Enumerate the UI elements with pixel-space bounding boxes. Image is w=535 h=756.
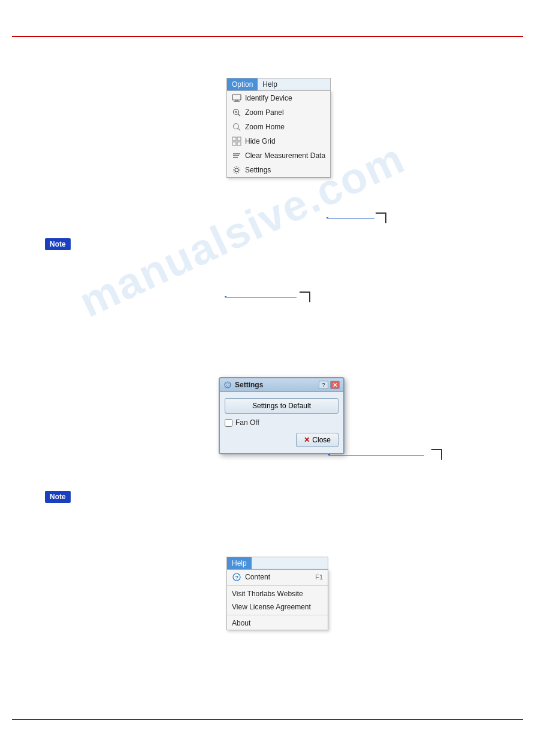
dialog-title-left: Settings <box>223 381 263 389</box>
top-divider-line <box>12 36 523 37</box>
svg-point-7 <box>234 124 239 129</box>
help-item-left-license: View License Agreement <box>232 603 311 611</box>
hide-grid-label: Hide Grid <box>245 137 276 145</box>
zoom-home-item[interactable]: Zoom Home <box>227 120 330 134</box>
help-menu-item-in-option-bar[interactable]: Help <box>258 78 282 90</box>
help-content-label: Content <box>245 573 270 581</box>
bracket-indicator-2 <box>300 292 310 302</box>
help-item-left-about: About <box>232 619 250 627</box>
about-item[interactable]: About <box>227 617 328 630</box>
svg-line-4 <box>238 114 241 117</box>
zoom-home-icon <box>232 122 241 132</box>
help-menu-container: Help ? Content F1 Visit Thorlabs Website <box>226 557 328 630</box>
close-action-label: Close <box>312 436 331 444</box>
note-box-1: Note <box>45 238 71 250</box>
svg-rect-12 <box>237 142 241 145</box>
dialog-controls: ? ✕ <box>319 381 340 389</box>
option-menu-container: Option Help Identify Device <box>226 78 331 178</box>
help-item-left-visit: Visit Thorlabs Website <box>232 590 303 598</box>
underline-label-2 <box>225 290 297 297</box>
option-menu-item[interactable]: Option <box>227 78 258 90</box>
close-x-icon: ✕ <box>304 436 310 444</box>
fan-off-label: Fan Off <box>235 418 259 427</box>
clear-measurement-item[interactable]: Clear Measurement Data <box>227 148 330 163</box>
svg-point-19 <box>226 384 229 387</box>
svg-rect-0 <box>232 95 241 100</box>
monitor-icon <box>232 93 241 103</box>
zoom-home-label: Zoom Home <box>245 123 285 131</box>
bottom-divider-line <box>12 719 523 720</box>
zoom-icon <box>232 108 241 117</box>
help-content-item[interactable]: ? Content F1 <box>227 570 328 584</box>
view-license-label: View License Agreement <box>232 603 311 611</box>
settings-label: Settings <box>245 166 271 174</box>
help-divider-2 <box>227 615 328 615</box>
fan-off-checkbox[interactable] <box>225 419 232 427</box>
view-license-item[interactable]: View License Agreement <box>227 600 328 614</box>
svg-rect-2 <box>234 101 240 102</box>
underline-label-3 <box>328 448 424 456</box>
help-menu-bar: Help <box>226 557 328 569</box>
svg-rect-14 <box>233 155 239 156</box>
grid-icon <box>232 136 241 146</box>
svg-line-8 <box>238 129 241 131</box>
dialog-help-button[interactable]: ? <box>319 381 328 389</box>
help-content-icon: ? <box>232 572 241 582</box>
settings-dialog: Settings ? ✕ Settings to Default Fan Off… <box>219 377 344 454</box>
close-action-button[interactable]: ✕ Close <box>296 433 338 447</box>
note-box-2: Note <box>45 491 71 503</box>
svg-point-16 <box>235 168 238 172</box>
svg-text:?: ? <box>235 575 239 581</box>
visit-thorlabs-item[interactable]: Visit Thorlabs Website <box>227 587 328 600</box>
about-label: About <box>232 619 250 627</box>
identify-device-label: Identify Device <box>245 94 292 102</box>
dialog-icon <box>223 381 232 389</box>
fan-off-row: Fan Off <box>225 418 338 427</box>
clear-icon <box>232 151 241 160</box>
help-content-shortcut: F1 <box>315 573 323 581</box>
dialog-titlebar: Settings ? ✕ <box>220 378 343 392</box>
svg-rect-1 <box>235 100 238 101</box>
option-dropdown: Identify Device Zoom Panel Z <box>226 90 331 178</box>
bracket-indicator-3 <box>431 449 442 460</box>
clear-measurement-label: Clear Measurement Data <box>245 151 325 160</box>
dialog-close-button[interactable]: ✕ <box>330 381 340 389</box>
underline-label-1 <box>327 211 374 218</box>
zoom-panel-item[interactable]: Zoom Panel <box>227 105 330 120</box>
zoom-panel-label: Zoom Panel <box>245 108 284 117</box>
visit-thorlabs-label: Visit Thorlabs Website <box>232 590 303 598</box>
svg-rect-15 <box>233 157 238 158</box>
svg-point-18 <box>225 382 231 388</box>
settings-to-default-button[interactable]: Settings to Default <box>225 398 338 414</box>
close-btn-row: ✕ Close <box>225 433 338 447</box>
identify-device-item[interactable]: Identify Device <box>227 91 330 105</box>
dialog-title-text: Settings <box>235 381 263 389</box>
help-item-left-content: ? Content <box>232 572 270 582</box>
option-menu-bar: Option Help <box>226 78 331 90</box>
settings-icon <box>232 165 241 175</box>
hide-grid-item[interactable]: Hide Grid <box>227 134 330 148</box>
help-bar-item[interactable]: Help <box>227 557 252 569</box>
help-divider <box>227 585 328 586</box>
settings-item[interactable]: Settings <box>227 163 330 177</box>
dialog-body: Settings to Default Fan Off ✕ Close <box>220 392 343 453</box>
svg-rect-11 <box>232 142 236 145</box>
help-dropdown: ? Content F1 Visit Thorlabs Website View… <box>226 569 328 630</box>
svg-rect-9 <box>232 137 236 141</box>
svg-rect-13 <box>233 153 240 154</box>
svg-rect-10 <box>237 137 241 141</box>
bracket-indicator-1 <box>376 212 386 223</box>
svg-point-17 <box>234 167 240 174</box>
